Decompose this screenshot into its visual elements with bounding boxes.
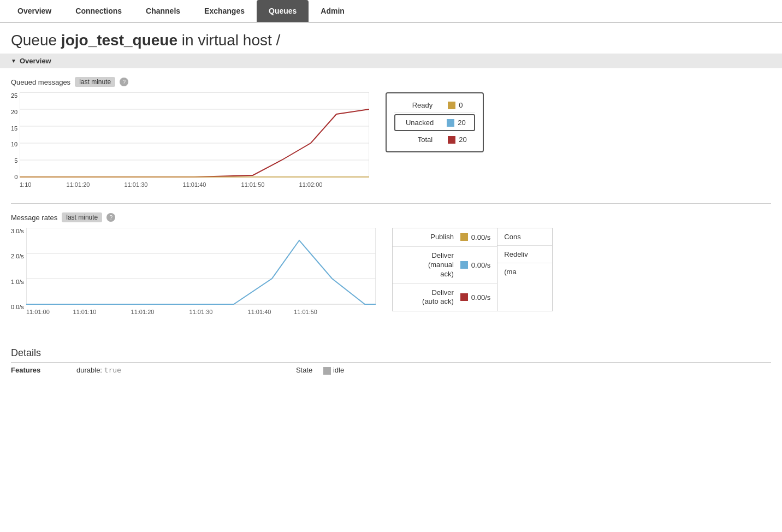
nav-overview[interactable]: Overview: [5, 0, 63, 22]
svg-text:11:01:30: 11:01:30: [189, 309, 212, 315]
nav-bar: Overview Connections Channels Exchanges …: [0, 0, 782, 23]
svg-text:11:01:40: 11:01:40: [247, 309, 271, 315]
legend-ready-value: 0: [448, 101, 475, 109]
state-color: [323, 367, 331, 375]
message-rates-chart: 11:01:00 11:01:10 11:01:20 11:01:30 11:0…: [26, 228, 376, 322]
queued-messages-svg: 11:01:10 11:01:20 11:01:30 11:01:40 11:0…: [20, 92, 369, 191]
rates-deliver-manual-label: Deliver (manual ack): [399, 251, 454, 279]
legend-unacked-value: 20: [447, 119, 474, 127]
queued-messages-y-axis: 25 20 15 10 5 0: [11, 92, 20, 192]
svg-text:11:01:20: 11:01:20: [67, 181, 90, 188]
state-key: State: [296, 366, 312, 375]
legend-ready-label: Ready: [394, 101, 433, 109]
right-col-cons: Cons: [497, 228, 552, 246]
rates-publish-label: Publish: [399, 233, 454, 242]
divider-1: [11, 203, 771, 204]
rates-row-publish: Publish 0.00/s: [393, 228, 497, 247]
svg-text:11:01:10: 11:01:10: [20, 181, 31, 188]
legend-row-ready: Ready 0: [394, 98, 475, 113]
page-title: Queue jojo_test_queue in virtual host /: [0, 23, 782, 54]
queued-messages-label-row: Queued messages last minute ?: [11, 77, 771, 87]
message-rates-legend-table: Publish 0.00/s Deliver (manual ack) 0.00…: [392, 228, 497, 311]
message-rates-help[interactable]: ?: [106, 213, 115, 222]
rates-deliver-auto-label: Deliver (auto ack): [399, 288, 454, 307]
queued-messages-time-filter[interactable]: last minute: [75, 77, 115, 87]
section-label: Overview: [20, 57, 51, 65]
svg-rect-11: [26, 228, 376, 304]
nav-connections[interactable]: Connections: [63, 0, 134, 22]
legend-ready-color: [448, 102, 455, 109]
message-rates-chart-area: 3.0/s 2.0/s 1.0/s 0.0/s 11:01:00: [11, 228, 771, 322]
queued-messages-chart-wrapper: 25 20 15 10 5 0: [11, 92, 369, 192]
details-row: Features durable: true State idle: [0, 363, 782, 378]
svg-rect-0: [20, 92, 369, 177]
message-rates-label-row: Message rates last minute ?: [11, 212, 771, 222]
message-rates-table-area: Publish 0.00/s Deliver (manual ack) 0.00…: [392, 228, 553, 311]
message-rates-time-filter[interactable]: last minute: [62, 212, 102, 222]
features-value: durable: true: [76, 366, 121, 375]
rates-publish-value: 0.00/s: [460, 233, 490, 241]
svg-text:11:01:00: 11:01:00: [26, 309, 50, 315]
legend-unacked-label: Unacked: [395, 119, 434, 127]
message-rates-y-axis: 3.0/s 2.0/s 1.0/s 0.0/s: [11, 228, 26, 322]
svg-text:11:01:50: 11:01:50: [294, 309, 317, 315]
section-arrow-icon: ▼: [11, 58, 16, 64]
details-title: Details: [0, 342, 782, 362]
nav-admin[interactable]: Admin: [309, 0, 357, 22]
message-rates-svg: 11:01:00 11:01:10 11:01:20 11:01:30 11:0…: [26, 228, 376, 321]
legend-unacked-color: [447, 119, 454, 127]
right-col-redeliv: Redeliv: [497, 246, 552, 263]
state-value: idle: [323, 366, 344, 375]
queued-messages-title: Queued messages: [11, 78, 70, 86]
legend-total-color: [448, 136, 455, 144]
nav-queues[interactable]: Queues: [257, 0, 309, 22]
legend-total-value: 20: [448, 135, 475, 144]
overview-section-header[interactable]: ▼ Overview: [0, 54, 782, 68]
legend-total-label: Total: [394, 135, 433, 144]
legend-row-total: Total 20: [394, 132, 475, 147]
svg-text:11:01:30: 11:01:30: [125, 181, 148, 188]
queued-messages-legend: Ready 0 Unacked 20 Total 20: [386, 92, 484, 152]
rates-row-deliver-manual: Deliver (manual ack) 0.00/s: [393, 247, 497, 284]
queue-name: jojo_test_queue: [61, 32, 177, 49]
queued-messages-help[interactable]: ?: [120, 78, 128, 86]
svg-text:11:01:10: 11:01:10: [73, 309, 96, 315]
message-rates-title: Message rates: [11, 214, 57, 222]
rates-deliver-auto-color: [460, 293, 468, 301]
nav-exchanges[interactable]: Exchanges: [192, 0, 257, 22]
features-key: Features: [11, 366, 66, 375]
queued-messages-chart-area: 25 20 15 10 5 0: [11, 92, 771, 192]
rates-deliver-manual-value: 0.00/s: [460, 261, 490, 269]
queued-messages-chart: 11:01:10 11:01:20 11:01:30 11:01:40 11:0…: [20, 92, 369, 192]
nav-channels[interactable]: Channels: [134, 0, 192, 22]
overview-content: Queued messages last minute ? 25 20 15 1…: [0, 68, 782, 342]
rates-deliver-manual-color: [460, 261, 468, 269]
svg-text:11:01:40: 11:01:40: [183, 181, 206, 188]
svg-text:11:01:20: 11:01:20: [131, 309, 154, 315]
legend-row-unacked: Unacked 20: [394, 114, 475, 131]
right-col-ma: (ma: [497, 263, 552, 280]
rates-row-deliver-auto: Deliver (auto ack) 0.00/s: [393, 284, 497, 311]
svg-text:11:01:50: 11:01:50: [241, 181, 265, 188]
message-rates-chart-wrapper: 3.0/s 2.0/s 1.0/s 0.0/s 11:01:00: [11, 228, 376, 322]
svg-text:11:02:00: 11:02:00: [299, 181, 323, 188]
rates-right-col: Cons Redeliv (ma: [497, 228, 553, 311]
title-prefix: Queue: [11, 32, 61, 49]
rates-publish-color: [460, 233, 468, 241]
rates-deliver-auto-value: 0.00/s: [460, 293, 490, 302]
title-suffix: in virtual host /: [177, 32, 280, 49]
